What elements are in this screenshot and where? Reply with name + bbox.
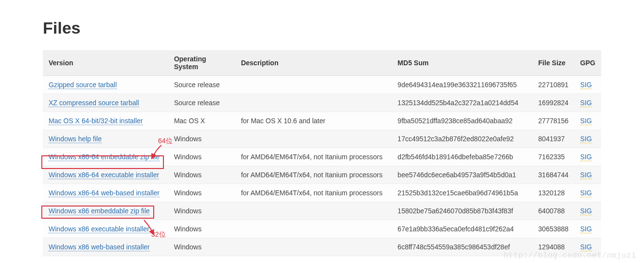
description-cell: for AMD64/EM64T/x64, not Itanium process… [235,166,392,184]
description-cell [235,202,392,220]
size-cell: 27778156 [533,112,574,130]
description-cell: for AMD64/EM64T/x64, not Itanium process… [235,184,392,202]
gpg-sig-link[interactable]: SIG [580,225,592,233]
md5-cell: 15802be75a6246070d85b87b3f43f83f [392,202,532,220]
gpg-sig-link[interactable]: SIG [580,135,592,143]
description-cell [235,220,392,238]
size-cell: 16992824 [533,94,574,112]
md5-cell: 17cc49512c3a2b876f2ed8022e0afe92 [392,130,532,148]
gpg-sig-link[interactable]: SIG [580,81,592,89]
table-header-row: Version Operating System Description MD5… [43,50,601,76]
column-header-gpg: GPG [574,50,601,76]
size-cell: 7162335 [533,148,574,166]
version-link[interactable]: Gzipped source tarball [49,81,117,89]
table-row: Windows help fileWindows17cc49512c3a2b87… [43,130,601,148]
os-cell: Windows [168,202,235,220]
md5-cell: 9fba50521dffa9238ce85ad640abaa92 [392,112,532,130]
watermark: http://blog.csdn.net/nmjuzi [503,251,636,260]
version-link[interactable]: Windows x86-64 executable installer [49,171,159,179]
size-cell: 6400788 [533,202,574,220]
gpg-sig-link[interactable]: SIG [580,117,592,125]
version-link[interactable]: Windows x86 executable installer [49,225,149,233]
os-cell: Windows [168,166,235,184]
column-header-os: Operating System [168,50,235,76]
gpg-sig-link[interactable]: SIG [580,153,592,161]
table-row: Windows x86 executable installerWindows6… [43,220,601,238]
table-row: Mac OS X 64-bit/32-bit installerMac OS X… [43,112,601,130]
files-table: Version Operating System Description MD5… [43,50,601,256]
md5-cell: 67e1a9bb336a5eca0efcd481c9f262a4 [392,220,532,238]
gpg-sig-link[interactable]: SIG [580,99,592,107]
column-header-size: File Size [533,50,574,76]
version-link[interactable]: Windows x86 embeddable zip file [49,207,150,215]
gpg-sig-link[interactable]: SIG [580,243,592,251]
os-cell: Source release [168,94,235,112]
size-cell: 30653888 [533,220,574,238]
description-cell [235,94,392,112]
md5-cell: 9de6494314ea199e3633211696735f65 [392,76,532,94]
os-cell: Windows [168,130,235,148]
md5-cell: 21525b3d132ce15cae6ba96d74961b5a [392,184,532,202]
description-cell [235,130,392,148]
column-header-version: Version [43,50,168,76]
os-cell: Windows [168,220,235,238]
gpg-sig-link[interactable]: SIG [580,171,592,179]
table-row: Windows x86-64 embeddable zip fileWindow… [43,148,601,166]
column-header-md5: MD5 Sum [392,50,532,76]
version-link[interactable]: Windows x86-64 embeddable zip file [49,153,160,161]
description-cell [235,238,392,256]
column-header-desc: Description [235,50,392,76]
size-cell: 22710891 [533,76,574,94]
size-cell: 31684744 [533,166,574,184]
page-title: Files [43,19,601,38]
description-cell: for AMD64/EM64T/x64, not Itanium process… [235,148,392,166]
table-row: Windows x86 embeddable zip fileWindows15… [43,202,601,220]
os-cell: Windows [168,238,235,256]
md5-cell: bee5746dc6ece6ab49573a9f54b5d0a1 [392,166,532,184]
version-link[interactable]: Windows x86-64 web-based installer [49,189,160,197]
gpg-sig-link[interactable]: SIG [580,207,592,215]
size-cell: 1320128 [533,184,574,202]
os-cell: Windows [168,184,235,202]
os-cell: Mac OS X [168,112,235,130]
os-cell: Source release [168,76,235,94]
version-link[interactable]: Windows help file [49,135,102,143]
table-row: Windows x86-64 executable installerWindo… [43,166,601,184]
version-link[interactable]: XZ compressed source tarball [49,99,139,107]
description-cell [235,76,392,94]
table-row: Gzipped source tarballSource release9de6… [43,76,601,94]
gpg-sig-link[interactable]: SIG [580,189,592,197]
description-cell: for Mac OS X 10.6 and later [235,112,392,130]
table-row: XZ compressed source tarballSource relea… [43,94,601,112]
md5-cell: 1325134dd525b4a2c3272a1a0214dd54 [392,94,532,112]
md5-cell: d2fb546fd4b189146dbefeba85e7266b [392,148,532,166]
version-link[interactable]: Mac OS X 64-bit/32-bit installer [49,117,143,125]
table-row: Windows x86-64 web-based installerWindow… [43,184,601,202]
os-cell: Windows [168,148,235,166]
version-link[interactable]: Windows x86 web-based installer [49,243,150,251]
size-cell: 8041937 [533,130,574,148]
